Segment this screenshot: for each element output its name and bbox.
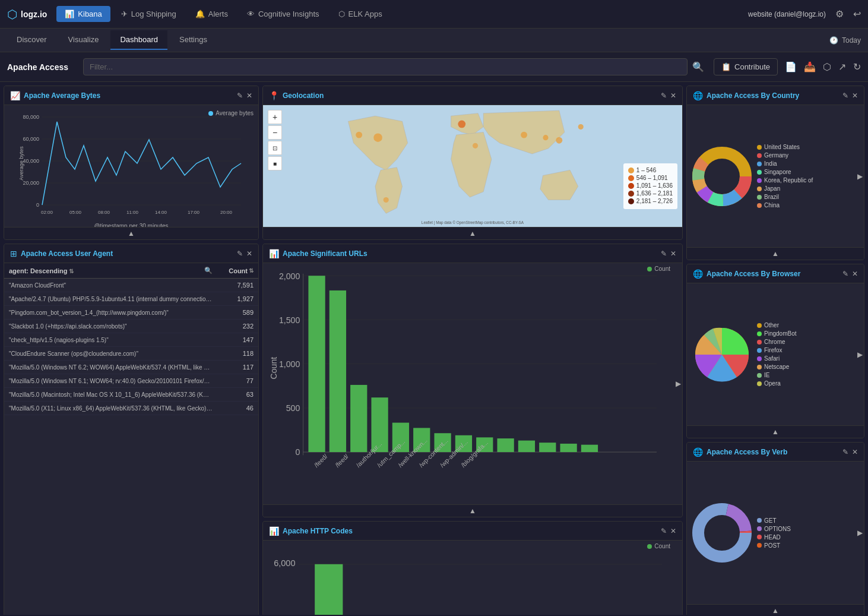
nav-logshipping-label: Log Shipping [131,10,176,18]
embed-icon[interactable]: ⬡ [823,61,831,72]
svg-text:60,000: 60,000 [23,136,39,142]
scroll-up-icon[interactable]: ▲ [469,507,476,515]
search-col-icon[interactable]: 🔍 [204,267,213,274]
expand-right-icon[interactable]: ▶ [857,529,863,537]
subnav-visualize[interactable]: Visualize [59,30,109,50]
scroll-up-icon[interactable]: ▲ [772,249,779,258]
edit-icon[interactable]: ✎ [842,91,848,100]
nav-elk-label: ELK Apps [349,10,382,18]
today-badge[interactable]: 🕐 Today [829,36,861,45]
scroll-up-icon[interactable]: ▲ [772,606,779,615]
count-cell: 7,591 [217,279,258,292]
nav-alerts-icon: 🔔 [195,10,205,18]
close-icon[interactable]: ✕ [852,270,858,278]
verb-legend: GET OPTIONS HEAD POST [757,517,861,549]
geolocation-body: Leaflet | Map data © OpenStreetMap contr… [263,105,682,227]
table-row: "Mozilla/5.0 (Macintosh; Intel Mac OS X … [4,388,258,402]
svg-rect-43 [350,385,367,452]
pie-icon: 🌐 [693,269,703,279]
map-container: Leaflet | Map data © OpenStreetMap contr… [263,105,682,227]
logo[interactable]: ⬡ logz.io [7,7,47,21]
nav-elk-icon: ⬡ [338,10,345,18]
table-row: "Slackbot 1.0 (+https://api.slack.com/ro… [4,320,258,333]
nav-alerts[interactable]: 🔔 Alerts [187,6,236,22]
logout-icon[interactable]: ↩ [853,8,861,20]
download-icon[interactable]: 📥 [804,61,816,72]
scroll-up-icon[interactable]: ▲ [469,229,476,238]
map-square-button[interactable]: ■ [268,156,282,170]
svg-point-19 [373,133,382,142]
expand-right-icon[interactable]: ▶ [857,172,863,181]
svg-text:Count: Count [269,357,278,380]
panel-actions: ✎ ✕ [842,91,858,100]
map-bounds-button[interactable]: ⊡ [268,141,282,155]
contribute-button[interactable]: 📋 Contribute [714,58,778,75]
account-label[interactable]: website (daniel@logz.io) [748,10,826,18]
nav-logshipping[interactable]: ✈ Log Shipping [113,6,185,22]
expand-right-icon[interactable]: ▶ [857,350,863,359]
expand-right-icon[interactable]: ▶ [676,380,681,388]
nav-cognitive[interactable]: 👁 Cognitive Insights [239,6,328,22]
svg-text:05:00: 05:00 [69,210,82,215]
close-icon[interactable]: ✕ [670,91,676,100]
nav-alerts-label: Alerts [208,10,228,18]
by-browser-footer: ▲ [687,425,864,438]
zoom-out-button[interactable]: − [268,125,282,140]
edit-icon[interactable]: ✎ [661,527,667,535]
scroll-up-icon[interactable]: ▲ [772,428,779,436]
svg-text:1,500: 1,500 [279,315,300,325]
nav-items: 📊 Kibana ✈ Log Shipping 🔔 Alerts 👁 Cogni… [56,6,748,22]
close-icon[interactable]: ✕ [852,448,858,456]
sig-urls-svg: 2,000 1,500 1,000 500 0 [263,263,673,504]
user-agent-table-container[interactable]: agent: Descending ⇅ 🔍 Count ⇅ "Amazon [4,263,258,615]
filter-bar: Apache Access 🔍 📋 Contribute 📄 📥 ⬡ ↗ ↻ [0,52,868,82]
panel-actions: ✎ ✕ [237,91,252,100]
nav-elk[interactable]: ⬡ ELK Apps [330,6,391,22]
svg-rect-42 [330,290,346,452]
count-col-header[interactable]: Count ⇅ [217,263,258,279]
edit-icon[interactable]: ✎ [237,91,243,100]
subnav-dashboard[interactable]: Dashboard [110,30,167,50]
close-icon[interactable]: ✕ [670,249,676,258]
subnav-discover[interactable]: Discover [7,30,56,50]
sig-urls-body: ▶ Count 2,000 1,500 1,000 500 0 [263,263,682,504]
edit-icon[interactable]: ✎ [842,448,848,456]
edit-icon[interactable]: ✎ [661,91,667,100]
filter-input[interactable] [83,58,688,75]
svg-text:08:00: 08:00 [98,210,110,215]
legend-item-4: 1,636 – 2,181 [628,190,673,197]
nav-kibana[interactable]: 📊 Kibana [56,6,110,22]
by-country-header: 🌐 Apache Access By Country ✎ ✕ [687,86,864,105]
refresh-icon[interactable]: ↻ [853,61,861,72]
agent-cell: "Apache/2.4.7 (Ubuntu) PHP/5.5.9-1ubuntu… [4,292,217,306]
external-link-icon[interactable]: ↗ [838,61,846,72]
legend-pingdom: PingdomBot [757,330,861,337]
avg-bytes-footer: ▲ [4,227,258,239]
close-icon[interactable]: ✕ [246,249,252,258]
settings-icon[interactable]: ⚙ [835,8,844,20]
search-icon[interactable]: 🔍 [692,61,704,72]
close-icon[interactable]: ✕ [246,91,252,100]
scroll-up-icon[interactable]: ▲ [128,229,135,238]
share-icon[interactable]: 📄 [785,61,797,72]
close-icon[interactable]: ✕ [670,527,676,535]
edit-icon[interactable]: ✎ [842,270,848,278]
map-controls: + − ⊡ ■ [268,110,282,170]
legend-head: HEAD [757,534,861,541]
count-cell: 46 [217,402,258,415]
close-icon[interactable]: ✕ [852,91,858,100]
nav-kibana-label: Kibana [78,10,102,18]
bar-chart-icon: 📊 [269,526,279,536]
edit-icon[interactable]: ✎ [237,249,243,258]
edit-icon[interactable]: ✎ [661,249,667,258]
zoom-in-button[interactable]: + [268,110,282,124]
subnav-settings[interactable]: Settings [170,30,217,50]
verb-donut-svg [689,500,755,566]
agent-col-header[interactable]: agent: Descending ⇅ 🔍 [4,263,217,279]
count-cell: 232 [217,320,258,333]
legend-range-4: 1,636 – 2,181 [636,190,673,197]
agent-cell: "Mozilla/5.0 (Macintosh; Intel Mac OS X … [4,388,217,402]
http-codes-body: ▶ Count 6,000 4,000 2,000 0 [263,541,682,615]
by-verb-panel: 🌐 Apache Access By Verb ✎ ✕ ▶ [686,442,864,615]
svg-point-24 [556,137,562,144]
